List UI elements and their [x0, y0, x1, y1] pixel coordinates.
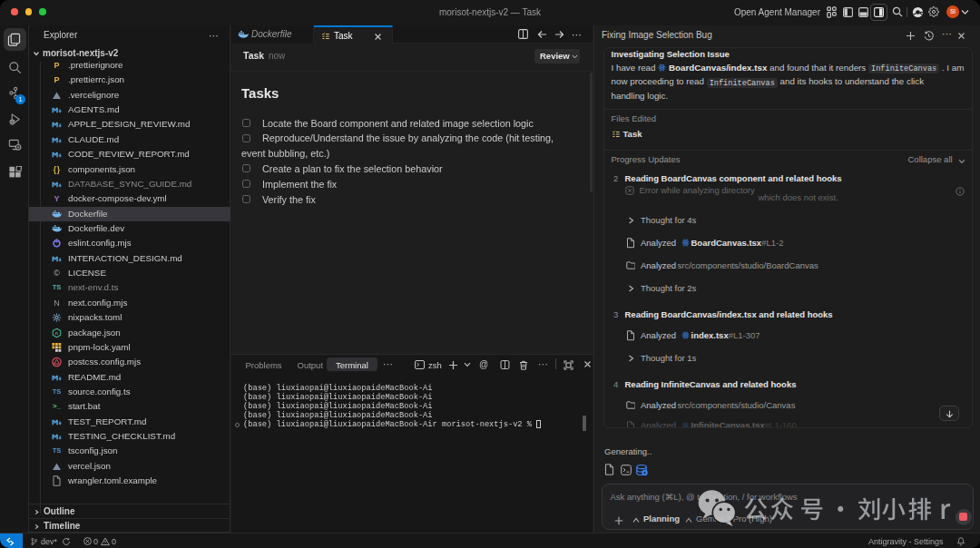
svg-text:n: n [55, 330, 58, 335]
